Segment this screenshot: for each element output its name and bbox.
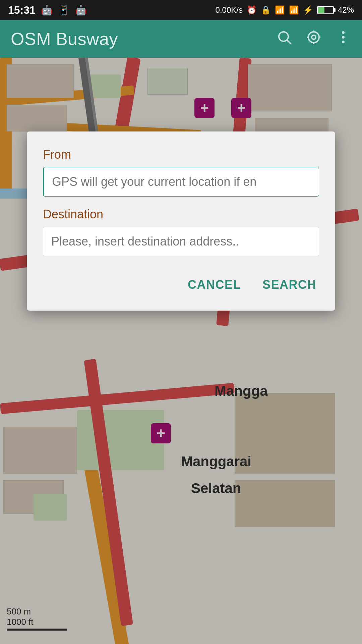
status-bar: 15:31 🤖 📱 🤖 0.00K/s ⏰ 🔒 📶 📶 ⚡ 42% [0,0,362,20]
charging-icon: ⚡ [303,5,313,15]
search-icon[interactable] [276,29,292,49]
toolbar-icons [276,29,351,49]
sim-icon: 🔒 [261,5,271,15]
route-search-dialog: From Destination CANCEL SEARCH [27,131,335,311]
notification-icon-3: 🤖 [75,5,87,16]
destination-label: Destination [43,207,319,221]
svg-point-3 [308,32,319,43]
svg-point-2 [312,35,316,39]
toolbar: OSM Busway [0,20,362,58]
signal-icon-2: 📶 [289,5,299,15]
status-right: 0.00K/s ⏰ 🔒 📶 📶 ⚡ 42% [216,5,354,15]
status-time: 15:31 [8,4,36,16]
svg-point-0 [279,32,288,41]
svg-line-1 [287,40,291,44]
battery-percent: 42% [338,5,354,15]
signal-icon-1: 📶 [275,5,285,15]
search-button[interactable]: SEARCH [260,272,319,297]
dialog-overlay: From Destination CANCEL SEARCH [0,58,362,644]
location-icon[interactable] [306,29,322,49]
network-speed: 0.00K/s [216,5,243,15]
dialog-buttons: CANCEL SEARCH [43,272,319,297]
more-options-icon[interactable] [335,29,351,49]
from-input[interactable] [43,167,319,197]
cancel-button[interactable]: CANCEL [185,272,244,297]
battery-fill [318,7,324,13]
from-label: From [43,148,319,162]
battery-bar [317,6,334,14]
svg-point-8 [342,31,345,34]
destination-input[interactable] [43,227,319,256]
app-title: OSM Busway [11,29,276,49]
notification-icon-2: 📱 [58,5,70,16]
svg-point-10 [342,41,345,43]
status-left: 15:31 🤖 📱 🤖 [8,4,87,16]
alarm-icon: ⏰ [247,5,257,15]
notification-icon-1: 🤖 [41,5,53,16]
svg-point-9 [342,36,345,39]
